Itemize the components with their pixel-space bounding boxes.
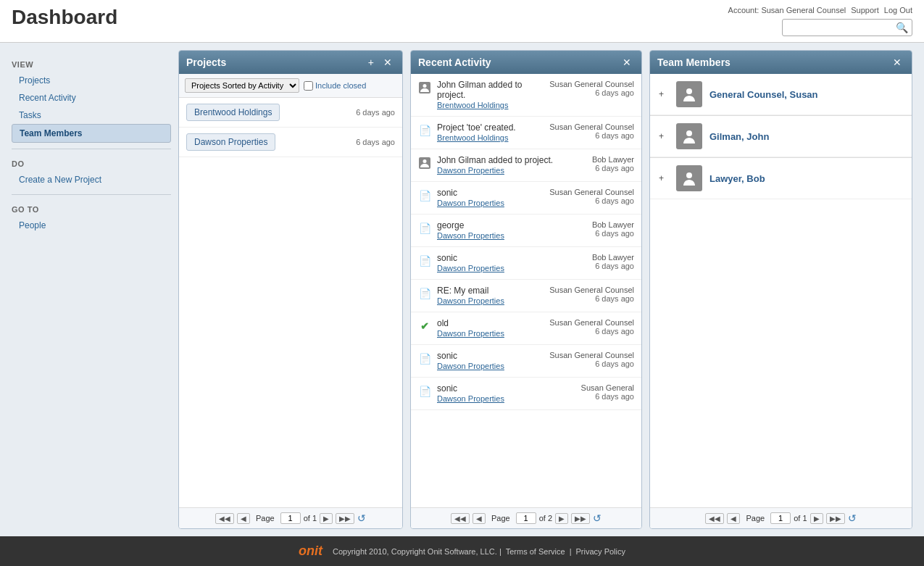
document-icon: 📄 bbox=[418, 189, 431, 202]
list-item: 📄 Project 'toe' created. Brentwood Holdi… bbox=[411, 117, 641, 149]
team-rows: + General Counsel, Susan + Gilman, John … bbox=[650, 74, 912, 199]
sidebar-item-recent-activity[interactable]: Recent Activity bbox=[12, 89, 171, 107]
activity-last-page-button[interactable]: ▶▶ bbox=[571, 513, 590, 524]
activity-date: 6 days ago bbox=[549, 196, 634, 205]
activity-project-link[interactable]: Dawson Properties bbox=[437, 394, 504, 403]
team-list: + General Counsel, Susan + Gilman, John … bbox=[650, 74, 912, 507]
sidebar-item-team-members[interactable]: Team Members bbox=[12, 124, 171, 143]
projects-add-button[interactable]: + bbox=[365, 56, 377, 69]
sidebar-divider-2 bbox=[12, 194, 171, 195]
activity-content: John Gilman added to project. Brentwood … bbox=[437, 80, 544, 110]
activity-prev-page-button[interactable]: ◀ bbox=[473, 513, 486, 524]
include-closed-checkbox[interactable] bbox=[304, 81, 313, 91]
activity-refresh-icon[interactable]: ↺ bbox=[593, 512, 602, 524]
activity-date: 6 days ago bbox=[549, 131, 634, 140]
projects-next-page-button[interactable]: ▶ bbox=[320, 513, 333, 524]
sidebar-item-tasks[interactable]: Tasks bbox=[12, 107, 171, 124]
projects-panel-header: Projects + ✕ bbox=[179, 51, 402, 74]
sidebar-item-people[interactable]: People bbox=[12, 217, 171, 234]
projects-page-input[interactable] bbox=[280, 512, 301, 524]
list-item[interactable]: + General Counsel, Susan bbox=[650, 74, 912, 115]
activity-project-link[interactable]: Dawson Properties bbox=[437, 362, 504, 370]
support-link[interactable]: Support bbox=[851, 6, 879, 14]
projects-last-page-button[interactable]: ▶▶ bbox=[336, 513, 354, 524]
activity-panel-title: Recent Activity bbox=[418, 57, 491, 68]
activity-title: sonic bbox=[437, 188, 544, 198]
team-expand-icon: + bbox=[659, 131, 669, 141]
activity-date: 6 days ago bbox=[569, 262, 634, 270]
document-icon: 📄 bbox=[418, 385, 431, 398]
activity-meta: Susan General 6 days ago bbox=[569, 383, 634, 401]
terms-of-service-link[interactable]: Terms of Service bbox=[506, 547, 565, 556]
projects-close-button[interactable]: ✕ bbox=[380, 56, 395, 69]
activity-close-button[interactable]: ✕ bbox=[620, 56, 634, 69]
projects-first-page-button[interactable]: ◀◀ bbox=[215, 513, 234, 524]
activity-actor: Bob Lawyer bbox=[569, 253, 634, 262]
projects-prev-page-button[interactable]: ◀ bbox=[237, 513, 250, 524]
team-refresh-icon[interactable]: ↺ bbox=[848, 512, 857, 524]
logout-link[interactable]: Log Out bbox=[884, 6, 912, 14]
activity-panel-icons: ✕ bbox=[620, 56, 634, 69]
activity-first-page-button[interactable]: ◀◀ bbox=[451, 513, 470, 524]
list-item[interactable]: + Lawyer, Bob bbox=[650, 158, 912, 199]
activity-project-link[interactable]: Dawson Properties bbox=[437, 329, 504, 338]
activity-page-input[interactable] bbox=[516, 512, 536, 524]
activity-project-link[interactable]: Brentwood Holdings bbox=[437, 101, 508, 109]
team-expand-icon: + bbox=[659, 173, 669, 183]
list-item: 📄 RE: My email Dawson Properties Susan G… bbox=[411, 280, 641, 312]
avatar bbox=[676, 123, 702, 149]
activity-project-link[interactable]: Dawson Properties bbox=[437, 231, 504, 240]
project-link-brentwood[interactable]: Brentwood Holdings bbox=[186, 104, 280, 121]
footer-copyright: Copyright 2010, Copyright Onit Software,… bbox=[333, 547, 501, 556]
activity-meta: Susan General Counsel 6 days ago bbox=[549, 351, 634, 368]
team-next-page-button[interactable]: ▶ bbox=[810, 513, 823, 524]
sidebar-item-projects[interactable]: Projects bbox=[12, 72, 171, 89]
privacy-policy-link[interactable]: Privacy Policy bbox=[576, 547, 625, 556]
svg-point-1 bbox=[423, 84, 427, 88]
activity-title: sonic bbox=[437, 383, 563, 394]
list-item[interactable]: + Gilman, John bbox=[650, 116, 912, 157]
activity-actor: Susan General Counsel bbox=[549, 80, 634, 88]
sidebar-item-create-project[interactable]: Create a New Project bbox=[12, 171, 171, 188]
team-expand-icon: + bbox=[659, 89, 669, 99]
activity-content: Project 'toe' created. Brentwood Holding… bbox=[437, 122, 544, 143]
activity-meta: Susan General Counsel 6 days ago bbox=[549, 286, 634, 303]
team-prev-page-button[interactable]: ◀ bbox=[727, 513, 740, 524]
team-panel-icons: ✕ bbox=[890, 56, 904, 69]
include-closed-label[interactable]: Include closed bbox=[304, 81, 366, 91]
projects-panel-title: Projects bbox=[186, 57, 226, 68]
project-link-dawson[interactable]: Dawson Properties bbox=[186, 133, 275, 151]
activity-next-page-button[interactable]: ▶ bbox=[555, 513, 568, 524]
activity-project-link[interactable]: Dawson Properties bbox=[437, 199, 504, 207]
recent-activity-panel: Recent Activity ✕ John Gilman added to p… bbox=[410, 50, 642, 529]
team-panel-footer: ◀◀ ◀ Page of 1 ▶ ▶▶ ↺ bbox=[650, 507, 912, 528]
activity-actor: Susan General Counsel bbox=[549, 188, 634, 196]
activity-page-of: of 2 bbox=[539, 514, 552, 523]
activity-project-link[interactable]: Dawson Properties bbox=[437, 296, 504, 305]
projects-panel-icons: + ✕ bbox=[365, 56, 395, 69]
activity-date: 6 days ago bbox=[569, 164, 634, 172]
team-page-label: Page bbox=[746, 514, 765, 523]
list-item: 📄 george Dawson Properties Bob Lawyer 6 … bbox=[411, 215, 641, 247]
activity-content: John Gilman added to project. Dawson Pro… bbox=[437, 155, 563, 175]
activity-project-link[interactable]: Brentwood Holdings bbox=[437, 133, 508, 142]
activity-page-label: Page bbox=[491, 514, 510, 523]
person-icon bbox=[418, 81, 431, 94]
activity-actor: Susan General Counsel bbox=[549, 318, 634, 327]
document-icon: 📄 bbox=[418, 352, 431, 365]
activity-meta: Susan General Counsel 6 days ago bbox=[549, 318, 634, 336]
team-page-input[interactable] bbox=[770, 512, 791, 524]
header: Dashboard Account: Susan General Counsel… bbox=[0, 0, 924, 43]
activity-date: 6 days ago bbox=[549, 327, 634, 336]
team-close-button[interactable]: ✕ bbox=[890, 56, 904, 69]
panels-container: Projects + ✕ Projects Sorted by Activity… bbox=[178, 50, 912, 529]
projects-sort-select[interactable]: Projects Sorted by Activity Projects Sor… bbox=[185, 78, 299, 93]
svg-point-5 bbox=[686, 130, 692, 136]
activity-actor: Susan General bbox=[569, 383, 634, 392]
search-input[interactable] bbox=[787, 22, 896, 33]
team-first-page-button[interactable]: ◀◀ bbox=[705, 513, 724, 524]
projects-refresh-icon[interactable]: ↺ bbox=[357, 512, 366, 524]
team-last-page-button[interactable]: ▶▶ bbox=[826, 513, 845, 524]
activity-project-link[interactable]: Dawson Properties bbox=[437, 264, 504, 272]
activity-project-link[interactable]: Dawson Properties bbox=[437, 166, 504, 175]
